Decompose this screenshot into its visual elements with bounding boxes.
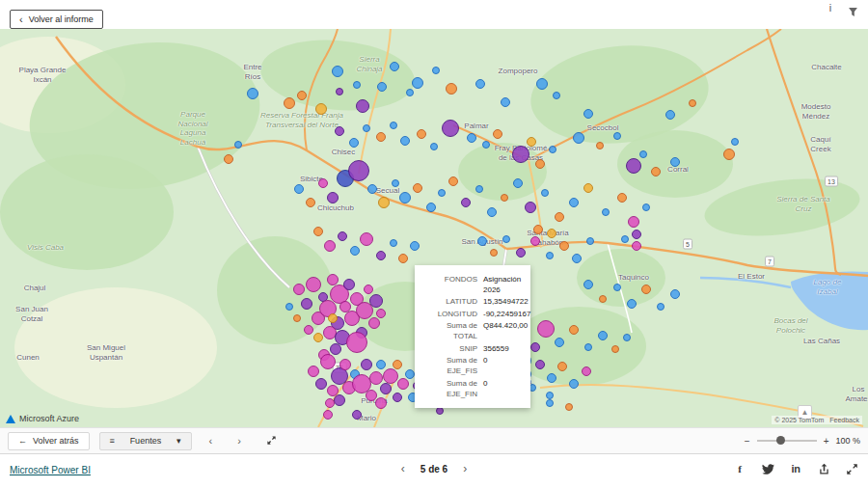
prev-arrow-button[interactable]: ‹ <box>202 435 221 447</box>
map-bubble[interactable] <box>360 232 373 246</box>
map-bubble[interactable] <box>530 342 540 352</box>
map-bubble[interactable] <box>621 235 629 243</box>
map-bubble[interactable] <box>599 295 607 303</box>
map-bubble[interactable] <box>569 379 579 389</box>
map-bubble[interactable] <box>530 236 540 246</box>
map-bubble[interactable] <box>572 254 582 263</box>
map-bubble[interactable] <box>323 410 333 420</box>
map-bubble[interactable] <box>294 184 304 194</box>
map-bubble[interactable] <box>432 67 440 74</box>
map-bubble[interactable] <box>628 216 639 228</box>
share-icon[interactable] <box>817 462 830 475</box>
map-bubble[interactable] <box>284 97 295 109</box>
map-bubble[interactable] <box>410 241 420 251</box>
map-bubble[interactable] <box>583 109 593 119</box>
map-bubble[interactable] <box>586 237 594 245</box>
map-bubble[interactable] <box>378 197 390 208</box>
map-bubble[interactable] <box>533 225 543 234</box>
map-bubble[interactable] <box>525 202 536 213</box>
map-bubble[interactable] <box>536 78 548 90</box>
map-bubble[interactable] <box>334 394 345 406</box>
map-bubble[interactable] <box>611 345 619 353</box>
map-bubble[interactable] <box>438 189 446 197</box>
back-button[interactable]: ← Volver atrás <box>8 432 90 450</box>
map-bubble[interactable] <box>487 207 497 217</box>
map-bubble[interactable] <box>651 167 661 176</box>
map-bubble[interactable] <box>565 403 573 411</box>
zoom-in-button[interactable]: + <box>824 436 829 447</box>
map-bubble[interactable] <box>442 120 459 137</box>
map-bubble[interactable] <box>285 303 293 311</box>
map-bubble[interactable] <box>377 82 387 92</box>
map-bubble[interactable] <box>293 314 301 322</box>
back-to-report-button[interactable]: ‹ Volver al informe <box>10 10 103 29</box>
zoom-slider-handle[interactable] <box>776 436 785 445</box>
map-bubble[interactable] <box>417 129 426 139</box>
map-bubble[interactable] <box>583 280 593 289</box>
map-bubble[interactable] <box>502 235 510 243</box>
map-bubble[interactable] <box>348 160 369 181</box>
map-bubble[interactable] <box>380 383 392 394</box>
map-bubble[interactable] <box>330 343 341 355</box>
map-bubble[interactable] <box>399 192 411 203</box>
page-next-button[interactable]: › <box>463 462 467 475</box>
map-bubble[interactable] <box>430 143 438 150</box>
map-bubble[interactable] <box>657 303 665 311</box>
map-bubble[interactable] <box>369 294 383 308</box>
map-bubble[interactable] <box>596 142 604 149</box>
map-bubble[interactable] <box>390 122 397 129</box>
map-bubble[interactable] <box>461 198 471 207</box>
map-bubble[interactable] <box>315 378 327 390</box>
map-bubble[interactable] <box>361 359 372 370</box>
fullscreen-icon[interactable] <box>845 462 858 475</box>
map-bubble[interactable] <box>328 313 338 323</box>
map-bubble[interactable] <box>613 132 621 140</box>
map-bubble[interactable] <box>559 241 569 251</box>
expand-icon[interactable] <box>258 435 285 447</box>
facebook-icon[interactable]: f <box>733 462 746 475</box>
map-bubble[interactable] <box>546 399 554 407</box>
powerbi-brand-link[interactable]: Microsoft Power BI <box>10 465 91 475</box>
map-bubble[interactable] <box>569 325 579 335</box>
map-bubble[interactable] <box>398 254 408 263</box>
map-bubble[interactable] <box>356 99 369 113</box>
map-bubble[interactable] <box>516 248 526 258</box>
map-bubble[interactable] <box>315 103 327 115</box>
map-bubble[interactable] <box>582 366 591 376</box>
map-bubble[interactable] <box>617 193 627 203</box>
map-bubble[interactable] <box>475 185 483 193</box>
map-bubble[interactable] <box>490 249 498 257</box>
zoom-out-button[interactable]: − <box>745 436 750 447</box>
map-bubble[interactable] <box>308 366 319 377</box>
map-bubble[interactable] <box>297 91 307 100</box>
map-bubble[interactable] <box>546 252 554 259</box>
info-icon[interactable]: i <box>824 2 837 15</box>
map-bubble[interactable] <box>393 393 402 402</box>
linkedin-icon[interactable]: in <box>789 462 802 475</box>
map-bubble[interactable] <box>623 334 631 341</box>
map-bubble[interactable] <box>632 241 641 251</box>
map-bubble[interactable] <box>339 359 351 370</box>
map-bubble[interactable] <box>436 407 444 415</box>
map-bubble[interactable] <box>541 189 549 197</box>
map-bubble[interactable] <box>405 369 415 379</box>
map-bubble[interactable] <box>613 284 621 291</box>
map-bubble[interactable] <box>390 239 397 247</box>
map-bubble[interactable] <box>332 66 343 77</box>
map-bubble[interactable] <box>353 81 361 89</box>
map-bubble[interactable] <box>639 150 647 158</box>
map-bubble[interactable] <box>475 79 485 89</box>
map-bubble[interactable] <box>375 397 387 409</box>
map-bubble[interactable] <box>349 138 359 148</box>
map-bubble[interactable] <box>569 198 579 207</box>
map-bubble[interactable] <box>376 309 386 318</box>
map-bubble[interactable] <box>325 398 335 408</box>
map-bubble[interactable] <box>482 141 490 149</box>
map-bubble[interactable] <box>665 110 675 120</box>
map-bubble[interactable] <box>406 89 414 96</box>
map-bubble[interactable] <box>343 279 355 290</box>
map-bubble[interactable] <box>306 277 321 292</box>
map-bubble[interactable] <box>306 198 315 207</box>
map-bubble[interactable] <box>501 97 510 107</box>
map-bubble[interactable] <box>369 371 383 385</box>
